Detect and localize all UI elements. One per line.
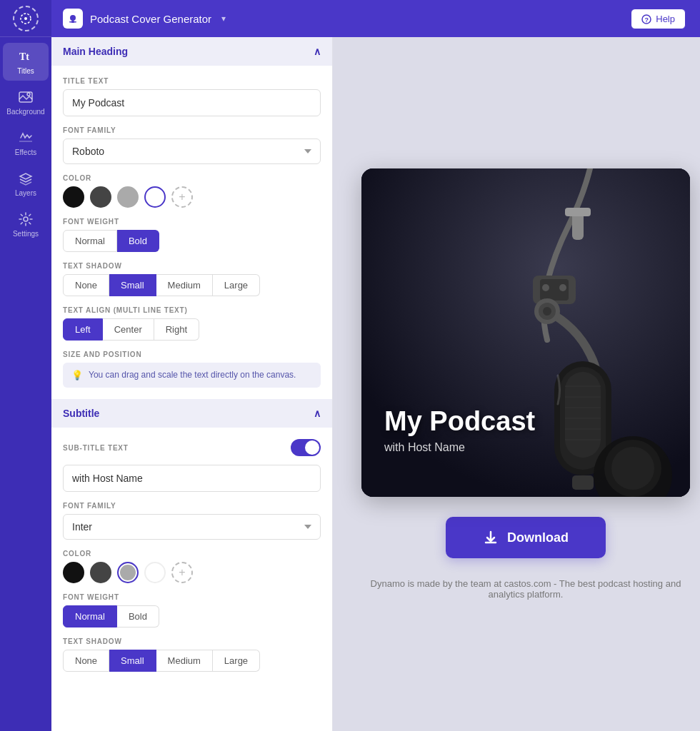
subtitle-section-header[interactable]: Subtitle ∧ [51,399,332,428]
shadow-small-title[interactable]: Small [109,274,156,296]
color-label-sub: COLOR [63,550,321,558]
top-header: Podcast Cover Generator ▾ [51,0,700,37]
color-swatch-white[interactable] [144,186,166,208]
title-text-input[interactable] [63,89,321,116]
shadow-medium-sub[interactable]: Medium [156,650,213,672]
svg-point-7 [70,15,76,21]
layers-icon [18,171,34,186]
subtitle-title: Subtitle [63,408,99,419]
font-family-select[interactable]: Roboto Inter Arial [63,138,321,164]
logo-icon [13,6,39,31]
svg-rect-26 [572,475,594,490]
subtitle-text-label: SUB-TITLE TEXT [63,444,129,452]
download-button[interactable]: Download [446,517,606,558]
svg-rect-19 [565,372,601,458]
shadow-none-title[interactable]: None [63,274,109,296]
subtitle-section-body: SUB-TITLE TEXT FONT FAMILY Inter Roboto … [51,428,332,683]
app-title-area: Podcast Cover Generator ▾ [63,9,700,29]
color-label-title: COLOR [63,174,321,182]
shadow-medium-title[interactable]: Medium [156,274,213,296]
color-swatch-dark-gray[interactable] [90,186,111,208]
settings-panel: Main Heading ∧ TITLE TEXT FONT FAMILY Ro… [51,37,333,731]
text-shadow-group-title: None Small Medium Large [63,274,321,296]
color-swatch-white-sub[interactable] [144,562,166,583]
svg-rect-9 [69,21,76,23]
titles-icon: Tt [18,49,34,64]
color-swatch-black-sub[interactable] [63,562,84,583]
font-weight-label-title: FONT WEIGHT [63,218,321,226]
svg-point-4 [27,93,30,96]
font-weight-group-title: Normal Bold [63,230,321,252]
text-shadow-group-sub: None Small Medium Large [63,650,321,672]
align-right[interactable]: Right [154,318,199,341]
shadow-large-sub[interactable]: Large [213,650,260,672]
svg-point-1 [24,17,27,20]
color-swatch-black[interactable] [63,186,84,208]
logo-area [0,0,51,37]
font-family-label: FONT FAMILY [63,126,321,134]
toggle-knob [305,440,319,455]
info-icon: 💡 [71,370,83,380]
sidebar-item-background[interactable]: Background [3,84,49,121]
app-title: Podcast Cover Generator [90,13,211,25]
text-shadow-label-title: TEXT SHADOW [63,262,321,270]
cover-text-container: My Podcast with Host Name [384,407,535,454]
shadow-small-sub[interactable]: Small [109,650,156,672]
main-heading-section-body: TITLE TEXT FONT FAMILY Roboto Inter Aria… [51,66,332,399]
effects-icon [18,130,34,146]
svg-point-6 [24,217,28,221]
footer-text: Dynamo is made by the team at castos.com… [361,578,690,600]
app-icon [63,9,83,29]
cover-title: My Podcast [384,407,535,437]
sidebar-label-background: Background [6,108,44,116]
sidebar-item-layers[interactable]: Layers [3,165,49,203]
size-position-label: SIZE AND POSITION [63,351,321,358]
align-left[interactable]: Left [63,318,103,341]
size-position-hint: 💡 You can drag and scale the text direct… [63,363,321,388]
add-color-button-sub[interactable]: + [171,562,193,583]
preview-area: ? Help [333,37,700,731]
sidebar-item-effects[interactable]: Effects [3,124,49,162]
subtitle-text-row: SUB-TITLE TEXT [63,439,321,456]
svg-point-32 [543,307,551,316]
cover-subtitle: with Host Name [384,441,535,454]
font-weight-normal-title[interactable]: Normal [63,230,117,252]
sidebar-label-titles: Titles [17,67,34,75]
sidebar-item-settings[interactable]: Settings [3,206,49,243]
color-swatches-sub: + [63,562,321,583]
subtitle-toggle[interactable] [291,439,321,456]
font-family-select-sub[interactable]: Inter Roboto Arial [63,514,321,540]
svg-rect-34 [565,208,591,216]
align-center[interactable]: Center [103,318,154,341]
shadow-large-title[interactable]: Large [213,274,260,296]
text-shadow-label-sub: TEXT SHADOW [63,637,321,645]
settings-icon [18,211,34,227]
font-weight-label-sub: FONT WEIGHT [63,593,321,601]
download-icon [483,530,499,545]
download-label: Download [507,530,569,545]
collapse-subtitle-icon: ∧ [314,408,321,419]
svg-point-15 [542,284,549,291]
svg-rect-29 [611,447,654,490]
font-weight-normal-sub[interactable]: Normal [63,605,117,627]
sidebar-item-titles[interactable]: Tt Titles [3,43,49,81]
font-family-label-sub: FONT FAMILY [63,502,321,510]
color-swatch-gray[interactable] [117,186,139,208]
add-color-button[interactable]: + [171,186,193,208]
font-weight-bold-sub[interactable]: Bold [117,605,159,627]
font-weight-bold-title[interactable]: Bold [117,230,159,252]
color-swatch-dark-gray-sub[interactable] [90,562,111,583]
color-swatch-gray-sub[interactable] [117,562,139,583]
title-text-label: TITLE TEXT [63,77,321,85]
svg-point-16 [559,284,566,291]
font-weight-group-sub: Normal Bold [63,605,321,627]
color-swatches-title: + [63,186,321,208]
main-area: Podcast Cover Generator ▾ Main Heading ∧… [51,0,700,731]
sidebar-label-settings: Settings [13,230,39,238]
icon-sidebar: Tt Titles Background Effects [0,0,51,731]
main-heading-section-header[interactable]: Main Heading ∧ [51,37,332,66]
shadow-none-sub[interactable]: None [63,650,109,672]
main-heading-title: Main Heading [63,46,128,57]
size-position-text: You can drag and scale the text directly… [89,370,296,380]
subtitle-text-input[interactable] [63,465,321,492]
